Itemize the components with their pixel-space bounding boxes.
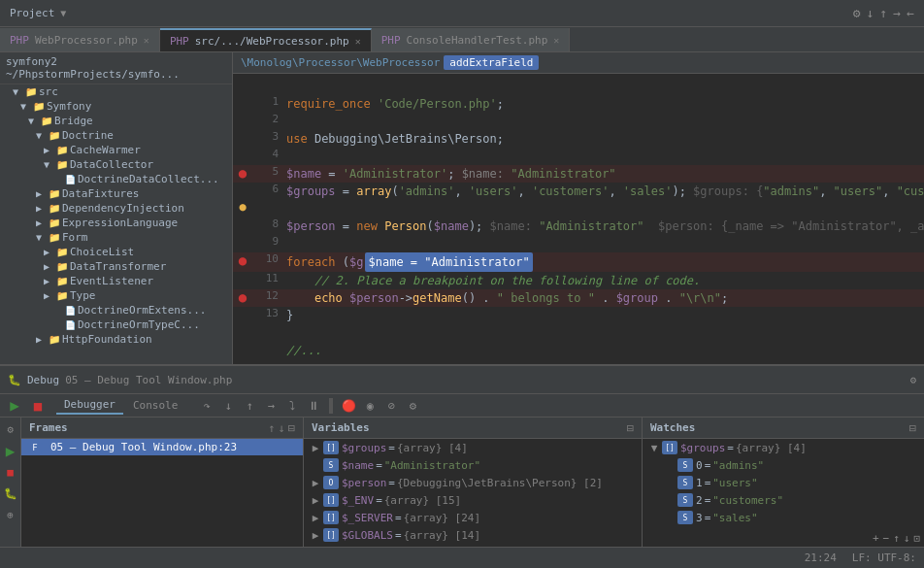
watch-item-0[interactable]: S 0 = "admins"	[643, 456, 924, 474]
tree-item-datacollector[interactable]: ▼ 📁 DataCollector	[0, 157, 232, 172]
tab-webprocessor-php[interactable]: PHP WebProcessor.php ✕	[0, 28, 160, 51]
watches-settings-icon[interactable]: ⊟	[909, 421, 916, 435]
action-icon-2[interactable]: ↓	[867, 6, 874, 20]
vars-expand-icon[interactable]: ⊟	[627, 421, 634, 435]
expand-icon: ▶	[39, 145, 54, 155]
run-button[interactable]: ▶	[4, 395, 25, 417]
debug-step-over[interactable]: ↷	[197, 396, 216, 416]
tree-item-type[interactable]: ▶ 📁 Type	[0, 288, 232, 303]
debug-step-into[interactable]: ↓	[218, 396, 238, 416]
tree-item-choicelist[interactable]: ▶ 📁 ChoiceList	[0, 245, 232, 259]
tree-item-datatransformer[interactable]: ▶ 📁 DataTransformer	[0, 259, 232, 274]
watch-item-1[interactable]: S 1 = "users"	[643, 474, 924, 491]
tree-item-bridge[interactable]: ▼ 📁 Bridge	[0, 114, 232, 128]
watch-item-3[interactable]: S 3 = "sales"	[643, 509, 924, 526]
tree-item-explang[interactable]: ▶ 📁 ExpressionLanguage	[0, 216, 232, 230]
frames-down-icon[interactable]: ↓	[279, 421, 285, 435]
watch-item-groups[interactable]: ▼ [] $groups = {array} [4]	[643, 439, 924, 456]
tree-item-doctrineormtypec[interactable]: 📄 DoctrineOrmTypeC...	[0, 317, 232, 332]
tree-item-form[interactable]: ▼ 📁 Form	[0, 230, 232, 245]
frames-up-icon[interactable]: ↑	[268, 421, 275, 435]
breakpoint-icon-12: ●	[239, 289, 247, 305]
tree-item-doctrinedatacollect[interactable]: 📄 DoctrineDataCollect...	[0, 172, 232, 186]
left-btn-1[interactable]: ⚙	[1, 419, 20, 439]
left-btn-3[interactable]: ■	[1, 462, 20, 482]
debug-view-breakpoints[interactable]: ◉	[360, 396, 380, 416]
expand-icon: ▶	[31, 188, 47, 199]
folder-icon: 📁	[47, 334, 62, 345]
debug-panels: ⚙ ▶ ■ 🐛 ⊕ Frames ↑ ↓ ⊟ F 05 –	[0, 418, 924, 547]
var-item-server[interactable]: ▶ [] $_SERVER = {array} [24]	[304, 509, 642, 526]
var-item-globals[interactable]: ▶ [] $GLOBALS = {array} [14]	[304, 526, 642, 544]
var-item-name[interactable]: S $name = "Administrator"	[304, 456, 642, 474]
action-icon-1[interactable]: ⚙	[853, 6, 861, 20]
tab-console-handler-test[interactable]: PHP ConsoleHandlerTest.php ✕	[372, 28, 571, 51]
tree-item-eventlistener[interactable]: ▶ 📁 EventListener	[0, 274, 232, 288]
var-item-person[interactable]: ▶ O $person = {Debugging\JetBrains\Perso…	[304, 474, 642, 491]
line-content-14: //...	[286, 342, 924, 359]
close-tab-1-icon[interactable]: ✕	[144, 35, 149, 46]
debug-run-to-cursor[interactable]: →	[261, 396, 280, 416]
debug-evaluate[interactable]: ⤵	[282, 396, 302, 416]
watch-remove-btn[interactable]: −	[883, 532, 890, 545]
tree-item-src[interactable]: ▼ 📁 src	[0, 84, 232, 99]
action-icon-3[interactable]: ↑	[880, 6, 888, 20]
frame-item-1[interactable]: F 05 – Debug Tool Window.php:23	[21, 439, 303, 455]
var-type-icon-watch-groups: []	[662, 441, 677, 454]
debug-settings-2[interactable]: ⚙	[403, 396, 422, 416]
close-tab-3-icon[interactable]: ✕	[553, 35, 559, 46]
left-btn-2[interactable]: ▶	[1, 441, 20, 460]
debug-breakpoint-mute[interactable]: 🔴	[339, 396, 358, 416]
debug-step-out[interactable]: ↑	[240, 396, 259, 416]
tree-item-httpfoundation[interactable]: ▶ 📁 HttpFoundation	[0, 332, 232, 347]
action-icon-4[interactable]: →	[893, 6, 901, 20]
left-btn-4[interactable]: 🐛	[1, 484, 20, 503]
var-item-groups[interactable]: ▶ [] $groups = {array} [4]	[304, 439, 642, 456]
line-number-4: 4	[252, 148, 286, 160]
watch-copy-btn[interactable]: ⊡	[913, 532, 920, 545]
tree-item-datafixtures[interactable]: ▶ 📁 DataFixtures	[0, 186, 232, 201]
tree-item-doctrine[interactable]: ▼ 📁 Doctrine	[0, 128, 232, 143]
var-type-person: {Debugging\JetBrains\Person} [2]	[397, 477, 603, 489]
var-eq-person: =	[388, 477, 395, 489]
watch-up-btn[interactable]: ↑	[893, 532, 900, 545]
tab-src-webprocessor-php[interactable]: PHP src/.../WebProcessor.php ✕	[160, 28, 372, 51]
action-icon-5[interactable]: ←	[907, 6, 914, 20]
settings-icon[interactable]: ⚙	[909, 374, 916, 386]
file-icon: 📄	[62, 306, 78, 316]
line-content	[286, 78, 924, 95]
watch-down-btn[interactable]: ↓	[904, 532, 910, 545]
code-line-10: ● 10 foreach ($g$name = "Administrator"	[233, 252, 924, 272]
status-position: 21:24	[805, 551, 837, 564]
watch-add-btn[interactable]: +	[873, 532, 879, 545]
watch-item-2[interactable]: S 2 = "customers"	[643, 491, 924, 509]
frames-panel-icons: ↑ ↓ ⊟	[268, 421, 295, 435]
line-gutter-5: ●	[233, 165, 252, 181]
tab-console[interactable]: Console	[125, 397, 185, 414]
watch-eq-3: =	[705, 512, 711, 524]
tab-debugger[interactable]: Debugger	[56, 396, 123, 415]
frames-panel-header: Frames ↑ ↓ ⊟	[21, 418, 303, 439]
tree-item-depinjection[interactable]: ▶ 📁 DependencyInjection	[0, 201, 232, 216]
left-btn-5[interactable]: ⊕	[1, 505, 20, 524]
stop-button[interactable]: ■	[27, 395, 49, 417]
folder-icon: 📁	[47, 232, 62, 243]
code-line-8: 8 $person = new Person($name); $name: "A…	[233, 217, 924, 235]
watch-eq-groups: =	[727, 442, 734, 454]
close-tab-2-icon[interactable]: ✕	[355, 36, 361, 47]
breadcrumb-bar: \Monolog\Processor\WebProcessor addExtra…	[233, 52, 924, 74]
project-dropdown-icon[interactable]: ▼	[60, 8, 66, 18]
var-name-person: $person	[342, 477, 386, 489]
debug-disable-breakpoints[interactable]: ⊘	[381, 396, 401, 416]
folder-icon: 📁	[47, 130, 62, 141]
tree-item-symfony[interactable]: ▼ 📁 Symfony	[0, 99, 232, 114]
tree-item-doctrineormextens[interactable]: 📄 DoctrineOrmExtens...	[0, 303, 232, 317]
code-content[interactable]: 1 require_once 'Code/Person.php'; 2 3 us…	[233, 74, 924, 364]
frames-panel: Frames ↑ ↓ ⊟ F 05 – Debug Tool Window.ph…	[21, 418, 304, 547]
tree-item-cachewarmer[interactable]: ▶ 📁 CacheWarmer	[0, 143, 232, 157]
debug-pause[interactable]: ⏸	[304, 396, 323, 416]
var-item-env[interactable]: ▶ [] $_ENV = {array} [15]	[304, 491, 642, 509]
line-number-9: 9	[252, 235, 286, 248]
line-number-6: 6	[252, 183, 286, 195]
frames-settings-icon[interactable]: ⊟	[288, 421, 295, 435]
